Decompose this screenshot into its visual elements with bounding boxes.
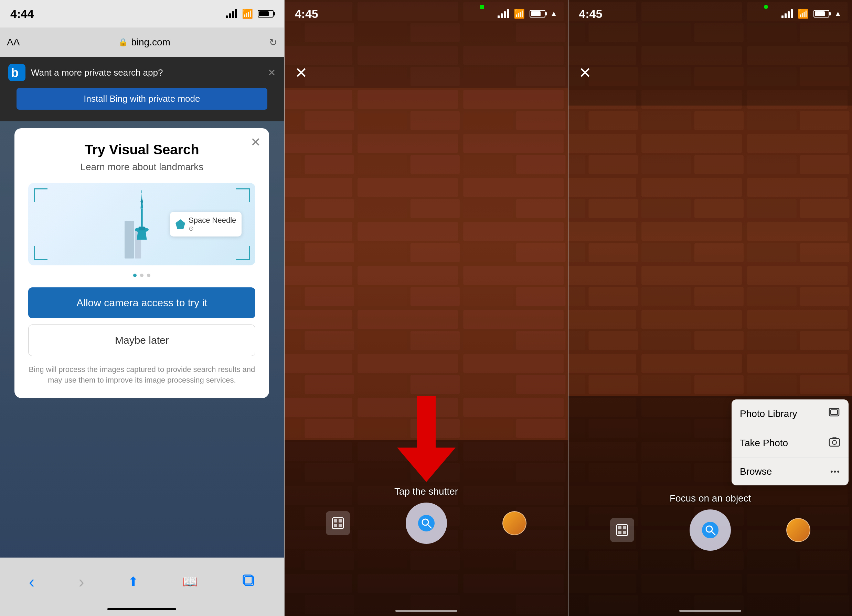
status-icons-2: 📶 ▲ [498, 9, 558, 19]
camera-close-area-3: ✕ [568, 57, 852, 88]
tabs-button-1[interactable] [242, 574, 255, 590]
status-icons-1: 📶 [226, 9, 273, 19]
camera-view-3: Focus on an object Photo Library Take Ph… [568, 88, 852, 557]
svg-rect-2 [125, 221, 134, 259]
wifi-icon-2: 📶 [514, 9, 525, 19]
signal-bar-2 [229, 14, 231, 18]
battery-fill-1 [259, 11, 269, 16]
landmark-subtext: ⊙ [189, 225, 236, 232]
focus-hint-3: Focus on an object [568, 493, 852, 504]
status-time-3: 4:45 [579, 7, 602, 21]
svg-text:b: b [11, 66, 18, 80]
take-photo-icon [829, 437, 840, 449]
dot-1 [133, 274, 137, 277]
svg-rect-42 [623, 526, 626, 529]
camera-close-area-2: ✕ [285, 57, 568, 88]
browser-bottom-bar-1: ‹ › ⬆ 📖 [0, 557, 284, 606]
wifi-icon-3: 📶 [798, 9, 809, 19]
result-info: Space Needle ⊙ [189, 216, 236, 232]
url-container-1[interactable]: 🔒 bing.com [25, 37, 263, 48]
bracket-tr [236, 188, 250, 202]
bracket-br [236, 246, 250, 260]
search-icon-shutter-3 [704, 524, 716, 536]
bing-banner-close[interactable]: ✕ [268, 67, 276, 78]
browse-icon: ••• [830, 467, 840, 476]
green-dot-3 [764, 5, 768, 9]
install-bing-button[interactable]: Install Bing with private mode [17, 88, 267, 110]
status-time-2: 4:45 [295, 7, 318, 21]
battery-icon-3 [813, 10, 829, 18]
avatar-button-3[interactable] [786, 518, 810, 542]
signal-bar-2-3 [504, 11, 506, 18]
gallery-icon-svg-3 [616, 524, 628, 536]
bookmarks-button-1[interactable]: 📖 [182, 574, 198, 589]
modal-illustration: Space Needle ⊙ [28, 183, 255, 265]
landmark-name: Space Needle [189, 216, 236, 225]
modal-subtitle: Learn more about landmarks [28, 161, 255, 173]
landmark-result-card: Space Needle ⊙ [170, 212, 242, 236]
search-shutter-inner-3 [702, 522, 719, 538]
forward-button-1[interactable]: › [79, 572, 84, 592]
photo-library-icon-svg [829, 408, 840, 417]
maybe-later-button[interactable]: Maybe later [28, 324, 255, 356]
shutter-button-3[interactable] [690, 509, 731, 551]
content-area-1: ✕ Try Visual Search Learn more about lan… [0, 121, 284, 557]
signal-bar-1 [226, 15, 228, 18]
camera-controls-3 [568, 509, 852, 557]
signal-bars-1 [226, 9, 237, 18]
bracket-tl [34, 188, 47, 202]
home-indicator-area-1 [0, 606, 284, 616]
close-camera-button-3[interactable]: ✕ [579, 64, 592, 81]
bing-logo: b [8, 64, 26, 81]
carousel-dots [28, 274, 255, 277]
menu-photo-library[interactable]: Photo Library [731, 399, 849, 428]
home-indicator-1 [107, 608, 176, 610]
bing-banner-text: Want a more private search app? [31, 67, 262, 78]
battery-fill-2 [531, 11, 541, 16]
take-photo-label: Take Photo [740, 438, 788, 449]
address-bar-1: AA 🔒 bing.com ↻ [0, 27, 284, 57]
shutter-hint-2: Tap the shutter [285, 486, 568, 497]
context-menu-3: Photo Library Take Photo [731, 399, 849, 485]
gallery-button-2[interactable] [326, 511, 350, 535]
reload-icon-1[interactable]: ↻ [269, 37, 277, 48]
svg-line-46 [712, 532, 715, 535]
svg-line-26 [428, 524, 431, 528]
svg-rect-43 [618, 531, 621, 534]
signal-bar-3 [232, 11, 234, 18]
battery-icon-2 [530, 10, 545, 18]
aa-button-1[interactable]: AA [7, 37, 20, 48]
shutter-button-2[interactable] [406, 503, 447, 544]
svg-rect-22 [338, 519, 342, 523]
search-icon-shutter [420, 517, 432, 529]
modal-overlay: ✕ Try Visual Search Learn more about lan… [0, 121, 284, 557]
panel3: 4:45 📶 ▲ AA 🔒 bing.com ↻ ✕ [568, 0, 852, 616]
menu-browse[interactable]: Browse ••• [731, 458, 849, 485]
allow-camera-button[interactable]: Allow camera access to try it [28, 288, 255, 318]
status-icons-3: 📶 ▲ [781, 9, 842, 19]
signal-bar-2-4 [507, 9, 509, 18]
status-time-1: 4:44 [10, 7, 34, 21]
modal-close-button[interactable]: ✕ [251, 135, 261, 149]
wifi-icon-1: 📶 [242, 9, 253, 19]
signal-bar-3-3 [788, 11, 790, 18]
svg-rect-21 [334, 519, 337, 523]
svg-rect-38 [829, 438, 840, 446]
avatar-button-2[interactable] [502, 511, 526, 535]
home-indicator-2 [395, 610, 457, 612]
home-indicator-3 [679, 610, 741, 612]
close-camera-button-2[interactable]: ✕ [295, 64, 308, 81]
browse-label: Browse [740, 466, 772, 477]
svg-rect-44 [623, 531, 626, 534]
camera-view-2: Tap the shutter [285, 88, 568, 557]
location-arrow-3: ▲ [834, 9, 842, 18]
share-button-1[interactable]: ⬆ [128, 574, 138, 589]
menu-take-photo[interactable]: Take Photo [731, 428, 849, 458]
gallery-button-3[interactable] [610, 518, 634, 542]
back-button-1[interactable]: ‹ [29, 572, 35, 592]
bing-result-icon [175, 219, 185, 229]
signal-bar-3-1 [781, 15, 784, 18]
panel1: 4:44 📶 AA 🔒 bing.com ↻ b Wa [0, 0, 284, 616]
battery-icon-1 [258, 10, 273, 18]
svg-point-39 [832, 440, 837, 444]
